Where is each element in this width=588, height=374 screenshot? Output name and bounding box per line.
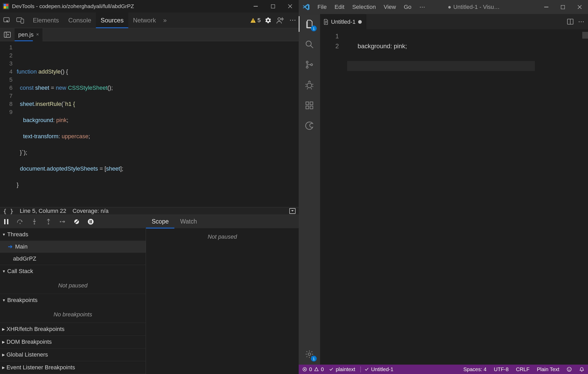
notifications-icon[interactable] (579, 367, 584, 372)
vscode-code[interactable]: background: pink; (346, 29, 588, 365)
vscode-close-button[interactable] (571, 0, 588, 14)
pretty-print-icon[interactable]: { } (3, 208, 14, 214)
svg-point-20 (20, 223, 21, 224)
menu-view[interactable]: View (380, 2, 400, 12)
eol-status[interactable]: CRLF (516, 366, 529, 372)
debugger-bottom: ▼Threads ➔ Main abdGrPZ ▼Call Stack Not … (0, 228, 299, 374)
issues-badge[interactable]: 5 (250, 17, 261, 24)
devtools-window: DevTools - codepen.io/zoherghadyali/full… (0, 0, 299, 374)
pause-on-exceptions-icon[interactable] (87, 218, 94, 225)
file-tab-untitled[interactable]: Untitled-1 (320, 14, 366, 29)
device-toolbar-icon[interactable] (14, 13, 27, 28)
minimize-button[interactable] (247, 0, 264, 13)
svg-point-53 (568, 369, 569, 369)
inspect-element-icon[interactable] (0, 13, 14, 28)
step-into-icon[interactable] (31, 218, 38, 225)
svg-rect-11 (253, 19, 253, 21)
thread-item[interactable]: abdGrPZ (0, 253, 146, 265)
menu-edit[interactable]: Edit (331, 2, 348, 12)
editor-statusbar: { } Line 5, Column 22 Coverage: n/a (0, 207, 299, 215)
debug-icon[interactable] (303, 79, 316, 91)
svg-point-23 (60, 221, 61, 222)
source-control-icon[interactable] (303, 58, 316, 71)
settings-gear-icon[interactable]: 1 (303, 348, 316, 360)
source-code[interactable]: function addStyle() { const sheet = new … (15, 41, 299, 207)
settings-icon[interactable] (264, 16, 273, 25)
tab-scope[interactable]: Scope (146, 215, 174, 228)
tab-sources[interactable]: Sources (96, 13, 128, 28)
split-editor-icon[interactable] (567, 19, 573, 25)
problems-indicator[interactable]: 0 0 (302, 366, 324, 372)
tab-elements[interactable]: Elements (28, 13, 64, 28)
menu-more[interactable]: ⋯ (416, 2, 429, 12)
activity-bar: 1 1 (299, 14, 320, 365)
feedback-icon[interactable] (567, 367, 572, 372)
close-button[interactable] (281, 0, 299, 13)
sidebar-toggle-icon[interactable] (289, 208, 296, 214)
svg-rect-41 (310, 106, 313, 109)
svg-point-43 (308, 353, 311, 355)
svg-point-33 (306, 41, 311, 46)
issues-count: 5 (258, 17, 261, 24)
current-line-highlight (347, 61, 535, 71)
svg-rect-5 (271, 4, 275, 8)
extensions-icon[interactable] (303, 99, 316, 112)
svg-rect-4 (254, 6, 258, 7)
file-icon (324, 19, 328, 25)
tab-watch[interactable]: Watch (174, 215, 203, 228)
vscode-maximize-button[interactable] (555, 0, 571, 14)
navigator-toggle-icon[interactable] (0, 28, 15, 41)
step-icon[interactable] (59, 218, 66, 225)
devtools-window-title: DevTools - codepen.io/zoherghadyali/full… (12, 3, 247, 9)
svg-rect-27 (90, 220, 90, 223)
vscode-window: File Edit Selection View Go ⋯ ● Untitled… (299, 0, 588, 374)
vscode-minimize-button[interactable] (538, 0, 555, 14)
menu-go[interactable]: Go (400, 2, 415, 12)
breakpoints-header[interactable]: ▼Breakpoints (0, 294, 146, 306)
file-status[interactable]: Untitled-1 (360, 366, 394, 372)
step-over-icon[interactable] (17, 218, 24, 225)
account-icon[interactable] (276, 16, 285, 25)
svg-point-22 (48, 223, 49, 224)
edge-tools-icon[interactable] (303, 119, 316, 132)
language-mode[interactable]: Plain Text (537, 366, 559, 372)
search-icon[interactable] (303, 38, 316, 51)
svg-point-38 (307, 83, 312, 88)
pause-icon[interactable] (3, 218, 10, 225)
tab-network[interactable]: Network (128, 13, 161, 28)
close-tab-icon[interactable]: × (36, 32, 39, 37)
explorer-icon[interactable]: 1 (303, 18, 316, 30)
global-listeners-header[interactable]: ▶Global Listeners (0, 348, 146, 361)
vscode-editor[interactable]: 1 2 background: pink; (320, 29, 588, 365)
tab-console[interactable]: Console (64, 13, 96, 28)
maximize-button[interactable] (264, 0, 281, 13)
modified-indicator-icon (358, 20, 362, 24)
menu-file[interactable]: File (314, 2, 330, 12)
encoding-status[interactable]: UTF-8 (494, 366, 509, 372)
error-icon (302, 367, 307, 372)
thread-main[interactable]: ➔ Main (0, 241, 146, 253)
file-tab-penjs[interactable]: pen.js × (15, 28, 42, 41)
scope-not-paused: Not paused (146, 228, 299, 245)
vscode-logo-icon (299, 3, 314, 11)
more-menu-icon[interactable]: ⋯ (288, 16, 297, 25)
vscode-menu: File Edit Selection View Go ⋯ (314, 2, 429, 12)
indentation-status[interactable]: Spaces: 4 (463, 366, 487, 372)
svg-rect-1 (6, 4, 8, 6)
xhr-breakpoints-header[interactable]: ▶XHR/fetch Breakpoints (0, 323, 146, 335)
callstack-header[interactable]: ▼Call Stack (0, 265, 146, 278)
svg-rect-28 (91, 220, 92, 223)
deactivate-breakpoints-icon[interactable] (73, 218, 80, 225)
event-listener-breakpoints-header[interactable]: ▶Event Listener Breakpoints (0, 361, 146, 374)
menu-selection[interactable]: Selection (348, 2, 379, 12)
svg-rect-40 (306, 106, 309, 109)
more-tabs-button[interactable]: » (161, 13, 169, 28)
dom-breakpoints-header[interactable]: ▶DOM Breakpoints (0, 336, 146, 348)
more-actions-icon[interactable]: ⋯ (578, 18, 584, 25)
threads-header[interactable]: ▼Threads (0, 228, 146, 241)
language-status[interactable]: plaintext (329, 366, 355, 372)
vscode-statusbar: 0 0 plaintext Untitled-1 Spaces: 4 UTF-8… (299, 365, 588, 374)
step-out-icon[interactable] (45, 218, 52, 225)
overview-ruler[interactable] (582, 32, 588, 39)
source-editor[interactable]: 1 2 3 4 5 6 7 8 9 function addStyle() { … (0, 41, 299, 207)
